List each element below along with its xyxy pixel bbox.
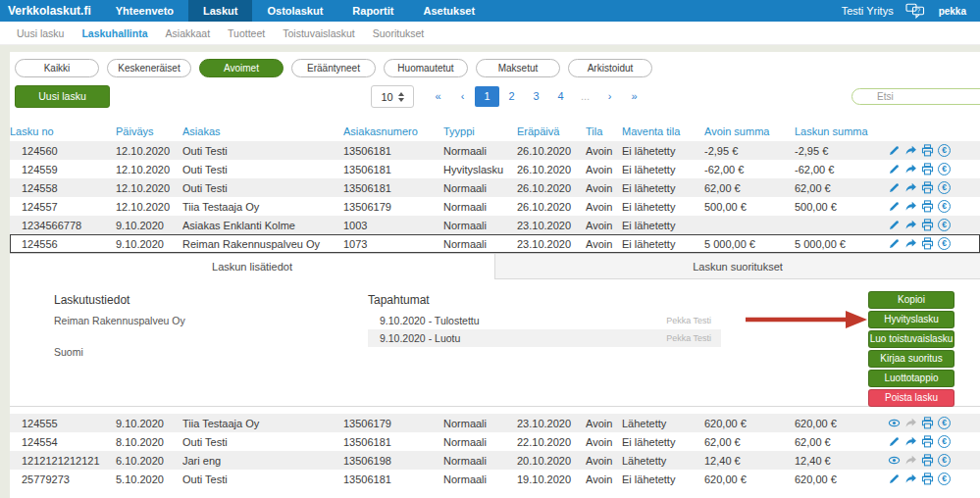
- logged-in-user[interactable]: pekka: [939, 6, 966, 17]
- edit-icon[interactable]: [888, 473, 901, 485]
- status-filter-pill[interactable]: Maksetut: [476, 59, 560, 77]
- column-header[interactable]: Lasku no: [10, 125, 116, 137]
- column-header[interactable]: Avoin summa: [704, 125, 795, 137]
- print-icon[interactable]: [921, 435, 934, 448]
- pagination-button[interactable]: 3: [524, 86, 548, 107]
- pagination-button[interactable]: 4: [548, 86, 573, 107]
- company-name[interactable]: Testi Yritys: [842, 5, 894, 17]
- help-chat-icon[interactable]: ?: [905, 3, 927, 19]
- status-filter-pill[interactable]: Keskeneräiset: [107, 59, 191, 77]
- edit-icon[interactable]: [888, 219, 901, 231]
- subnav-item[interactable]: Asiakkaat: [165, 27, 212, 39]
- euro-icon[interactable]: €: [938, 219, 951, 231]
- app-logo[interactable]: Verkkolaskut.fi: [0, 0, 101, 22]
- table-row[interactable]: 124554 8.10.2020 Outi Testi 13506181 Nor…: [10, 432, 980, 451]
- status-filter-pill[interactable]: Erääntyneet: [291, 59, 376, 77]
- invoice-action-button[interactable]: Poista lasku: [868, 389, 954, 407]
- column-header[interactable]: Maventa tila: [622, 125, 704, 137]
- subnav-item[interactable]: Toistuvaislaskut: [282, 27, 356, 39]
- column-header[interactable]: Tyyppi: [443, 125, 517, 137]
- topnav-item[interactable]: Laskut: [188, 0, 252, 22]
- view-icon[interactable]: [888, 417, 901, 429]
- table-row[interactable]: 1234566778 9.10.2020 Asiakas Enklanti Ko…: [10, 216, 980, 234]
- column-header[interactable]: Tila: [586, 125, 622, 137]
- column-header[interactable]: Päiväys: [116, 125, 182, 137]
- edit-icon[interactable]: [888, 237, 901, 250]
- send-icon[interactable]: [904, 473, 917, 485]
- euro-icon[interactable]: €: [938, 417, 951, 429]
- send-icon[interactable]: [904, 181, 917, 194]
- pagination-button[interactable]: ‹: [450, 86, 475, 107]
- table-row[interactable]: 1212121212121 6.10.2020 Jari eng 1350619…: [10, 451, 980, 470]
- edit-icon[interactable]: [888, 163, 901, 175]
- print-icon[interactable]: [921, 219, 934, 231]
- send-icon[interactable]: [904, 200, 917, 213]
- euro-icon[interactable]: €: [938, 237, 951, 250]
- pagination-button[interactable]: »: [622, 86, 646, 107]
- edit-icon[interactable]: [888, 181, 901, 194]
- invoice-action-button[interactable]: Luo toistuvaislasku: [868, 330, 954, 348]
- page-size-select[interactable]: 10: [371, 85, 414, 108]
- column-header[interactable]: Asiakas: [182, 125, 343, 137]
- edit-icon[interactable]: [888, 144, 901, 157]
- send-icon[interactable]: [904, 219, 917, 231]
- subnav-item[interactable]: Laskuhallinta: [80, 27, 148, 39]
- print-icon[interactable]: [921, 237, 934, 250]
- print-icon[interactable]: [921, 454, 934, 467]
- detail-tab[interactable]: Laskun suoritukset: [495, 254, 980, 279]
- euro-icon[interactable]: €: [938, 200, 951, 213]
- topnav-item[interactable]: Asetukset: [409, 0, 490, 22]
- print-icon[interactable]: [921, 181, 934, 194]
- topnav-item[interactable]: Yhteenveto: [101, 0, 188, 22]
- euro-icon[interactable]: €: [938, 144, 951, 157]
- table-row[interactable]: 124559 12.10.2020 Outi Testi 13506181 Hy…: [10, 160, 980, 178]
- pagination-button[interactable]: «: [426, 86, 450, 107]
- print-icon[interactable]: [921, 163, 934, 175]
- euro-icon[interactable]: €: [938, 181, 951, 194]
- search-input[interactable]: [851, 88, 980, 105]
- table-row[interactable]: 124556 9.10.2020 Reiman Rakennuspalveu O…: [10, 234, 980, 253]
- detail-tab[interactable]: Laskun lisätiedot: [10, 254, 495, 279]
- send-icon[interactable]: [904, 435, 917, 448]
- status-filter-pill[interactable]: Huomautetut: [384, 59, 468, 77]
- topnav-item[interactable]: Raportit: [337, 0, 408, 22]
- send-icon[interactable]: [904, 163, 917, 175]
- print-icon[interactable]: [921, 144, 934, 157]
- column-header[interactable]: Asiakasnumero: [343, 125, 443, 137]
- status-filter-pill[interactable]: Arkistoidut: [568, 59, 652, 77]
- pagination-button[interactable]: ›: [597, 86, 622, 107]
- new-invoice-button[interactable]: Uusi lasku: [15, 85, 110, 108]
- topnav-item[interactable]: Ostolaskut: [252, 0, 337, 22]
- subnav-item[interactable]: Uusi lasku: [16, 27, 65, 39]
- status-filter-pill[interactable]: Avoimet: [199, 59, 284, 77]
- table-row[interactable]: 124560 12.10.2020 Outi Testi 13506181 No…: [10, 141, 980, 160]
- euro-icon[interactable]: €: [938, 473, 951, 485]
- euro-icon[interactable]: €: [938, 163, 951, 175]
- euro-icon[interactable]: €: [938, 435, 951, 448]
- print-icon[interactable]: [921, 473, 934, 485]
- print-icon[interactable]: [921, 200, 934, 213]
- edit-icon[interactable]: [888, 200, 901, 213]
- status-filter-pill[interactable]: Kaikki: [15, 59, 99, 77]
- send-icon[interactable]: [904, 237, 917, 250]
- column-header[interactable]: Eräpäivä: [517, 125, 586, 137]
- print-icon[interactable]: [921, 417, 934, 429]
- send-icon[interactable]: [904, 144, 917, 157]
- edit-icon[interactable]: [888, 435, 901, 448]
- table-row[interactable]: 124558 12.10.2020 Outi Testi 13506181 No…: [10, 178, 980, 197]
- table-row[interactable]: 124557 12.10.2020 Tiia Testaaja Oy 13506…: [10, 197, 980, 216]
- invoice-action-button[interactable]: Hyvityslasku: [868, 311, 954, 328]
- table-row[interactable]: 124555 9.10.2020 Tiia Testaaja Oy 135061…: [10, 414, 980, 432]
- column-header[interactable]: Laskun summa: [795, 125, 883, 137]
- view-icon[interactable]: [888, 454, 901, 467]
- subnav-item[interactable]: Tuotteet: [227, 27, 266, 39]
- pagination-button[interactable]: 2: [499, 86, 524, 107]
- invoice-action-button[interactable]: Kirjaa suoritus: [868, 350, 954, 368]
- pagination-button[interactable]: ...: [573, 86, 597, 107]
- euro-icon[interactable]: €: [938, 454, 951, 467]
- subnav-item[interactable]: Suoritukset: [372, 27, 426, 39]
- table-row[interactable]: 25779273 5.10.2020 Outi Testi 13506181 N…: [10, 470, 980, 488]
- invoice-action-button[interactable]: Luottotappio: [868, 370, 954, 387]
- pagination-button[interactable]: 1: [475, 86, 499, 107]
- invoice-action-button[interactable]: Kopioi: [868, 291, 954, 309]
